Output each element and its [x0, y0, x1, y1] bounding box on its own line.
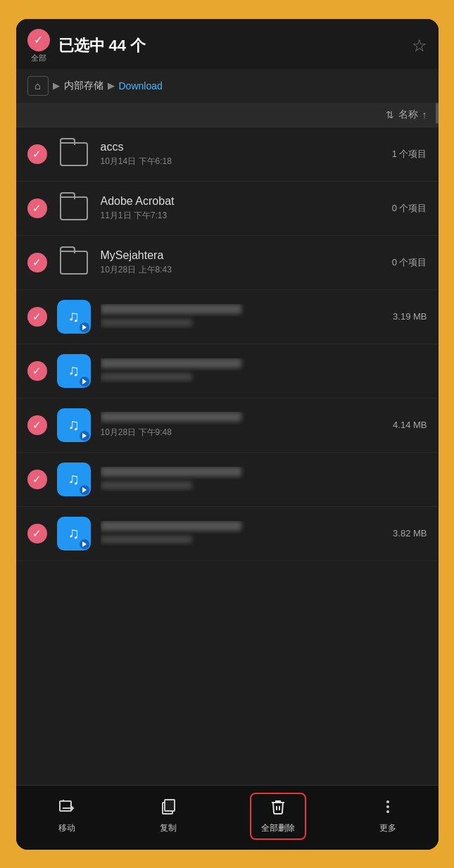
- list-item[interactable]: ✓ ♫: [16, 344, 439, 398]
- file-size-4: 3.19 MB: [393, 311, 427, 322]
- file-info-7: [101, 467, 422, 491]
- file-meta-3: 10月28日 上午8:43: [101, 264, 386, 276]
- item-check-2[interactable]: ✓: [27, 199, 47, 218]
- select-all-check[interactable]: ✓: [27, 29, 50, 51]
- blurred-name-4: [101, 304, 241, 314]
- list-item[interactable]: ✓ ♫ 10月28日 下午9:48 4.14 MB: [16, 398, 439, 453]
- copy-icon: [160, 798, 177, 819]
- file-meta-6: 10月28日 下午9:48: [101, 427, 388, 439]
- file-name-4: [101, 304, 388, 317]
- breadcrumb-internal-storage[interactable]: 内部存储: [64, 80, 103, 92]
- music-note-icon-5: ♫: [68, 362, 80, 380]
- file-name-6: [101, 412, 388, 424]
- file-size-8: 3.82 MB: [393, 528, 427, 539]
- item-check-4[interactable]: ✓: [27, 307, 47, 327]
- file-meta-5: [101, 373, 422, 383]
- item-check-1[interactable]: ✓: [27, 144, 47, 164]
- file-info-4: [101, 304, 388, 329]
- play-triangle-6: [82, 433, 87, 439]
- breadcrumb: ⌂ ▶ 内部存储 ▶ Download: [16, 69, 439, 103]
- bottom-toolbar: 移动 复制 全部删除: [16, 785, 439, 850]
- play-badge-7: [80, 485, 89, 495]
- play-triangle-4: [82, 325, 87, 330]
- blurred-meta-8: [101, 536, 192, 543]
- svg-point-6: [386, 810, 389, 813]
- move-icon: [58, 798, 75, 819]
- file-meta-8: [101, 536, 388, 546]
- home-icon[interactable]: ⌂: [27, 76, 49, 96]
- file-size-1: 1 个项目: [392, 148, 427, 161]
- list-item[interactable]: ✓ MySejahtera 10月28日 上午8:43 0 个项目: [16, 236, 439, 290]
- more-icon: [379, 798, 396, 819]
- music-note-icon-7: ♫: [68, 470, 80, 489]
- blurred-name-5: [101, 358, 241, 368]
- blurred-name-6: [101, 412, 241, 422]
- blurred-meta-7: [101, 482, 192, 489]
- item-check-8[interactable]: ✓: [27, 524, 47, 543]
- item-check-7[interactable]: ✓: [27, 470, 47, 489]
- more-button[interactable]: 更多: [368, 795, 408, 837]
- delete-all-button[interactable]: 全部删除: [250, 793, 306, 840]
- svg-rect-3: [165, 800, 175, 811]
- music-note-icon-8: ♫: [68, 524, 80, 543]
- file-size-3: 0 个项目: [392, 256, 427, 269]
- file-info-3: MySejahtera 10月28日 上午8:43: [101, 249, 386, 276]
- item-check-5[interactable]: ✓: [27, 361, 47, 381]
- file-name-3: MySejahtera: [101, 249, 386, 262]
- copy-button[interactable]: 复制: [149, 795, 188, 837]
- file-meta-2: 11月1日 下午7:13: [101, 210, 386, 222]
- svg-point-5: [386, 805, 389, 808]
- selection-count-title: 已选中 44 个: [58, 35, 412, 56]
- blurred-meta-4: [101, 319, 192, 327]
- folder-icon-2: [60, 196, 88, 220]
- sort-label[interactable]: 名称: [398, 108, 418, 121]
- file-size-2: 0 个项目: [392, 202, 427, 215]
- file-size-6: 4.14 MB: [393, 420, 427, 430]
- file-info-8: [101, 521, 388, 546]
- file-info-1: accs 10月14日 下午6:18: [101, 141, 386, 168]
- select-all-area[interactable]: ✓ 全部: [27, 29, 50, 63]
- move-label: 移动: [58, 822, 75, 834]
- file-info-6: 10月28日 下午9:48: [101, 412, 388, 439]
- breadcrumb-current-folder[interactable]: Download: [119, 80, 163, 92]
- sort-icon[interactable]: ⇅: [386, 109, 394, 120]
- play-badge-8: [80, 539, 89, 549]
- item-check-3[interactable]: ✓: [27, 253, 47, 272]
- list-item[interactable]: ✓ ♫ 3.82 MB: [16, 507, 439, 561]
- music-note-icon-4: ♫: [68, 308, 80, 326]
- file-meta-4: [101, 319, 388, 329]
- list-item[interactable]: ✓ accs 10月14日 下午6:18 1 个项目: [16, 127, 439, 182]
- file-name-7: [101, 467, 422, 479]
- play-triangle-5: [82, 379, 87, 384]
- blurred-meta-5: [101, 373, 192, 381]
- move-button[interactable]: 移动: [47, 795, 87, 837]
- list-item[interactable]: ✓ ♫ 3.19 MB: [16, 290, 439, 344]
- file-name-8: [101, 521, 388, 534]
- folder-icon-1: [60, 142, 88, 166]
- delete-label: 全部删除: [261, 822, 295, 834]
- header: ✓ 全部 已选中 44 个 ☆: [16, 19, 439, 69]
- sort-bar: ⇅ 名称 ↑: [16, 103, 439, 127]
- svg-rect-0: [60, 801, 71, 811]
- blurred-name-8: [101, 521, 241, 531]
- file-name-5: [101, 358, 422, 371]
- file-name-2: Adobe Acrobat: [101, 195, 386, 208]
- play-triangle-8: [82, 541, 87, 547]
- play-badge-6: [80, 431, 89, 441]
- scrollbar: [436, 103, 439, 124]
- item-check-6[interactable]: ✓: [27, 415, 47, 435]
- sort-direction-icon[interactable]: ↑: [422, 109, 427, 120]
- play-badge-4: [80, 322, 89, 332]
- music-icon-box-4: ♫: [57, 300, 91, 334]
- file-meta-1: 10月14日 下午6:18: [101, 156, 386, 168]
- select-all-label: 全部: [31, 53, 46, 63]
- play-triangle-7: [82, 487, 87, 493]
- folder-icon-box-2: [57, 191, 91, 225]
- star-icon[interactable]: ☆: [412, 36, 427, 56]
- svg-point-4: [386, 800, 389, 803]
- music-icon-box-6: ♫: [57, 408, 91, 442]
- delete-icon: [270, 798, 286, 819]
- list-item[interactable]: ✓ ♫: [16, 453, 439, 507]
- list-item[interactable]: ✓ Adobe Acrobat 11月1日 下午7:13 0 个项目: [16, 182, 439, 236]
- folder-icon-3: [60, 251, 88, 275]
